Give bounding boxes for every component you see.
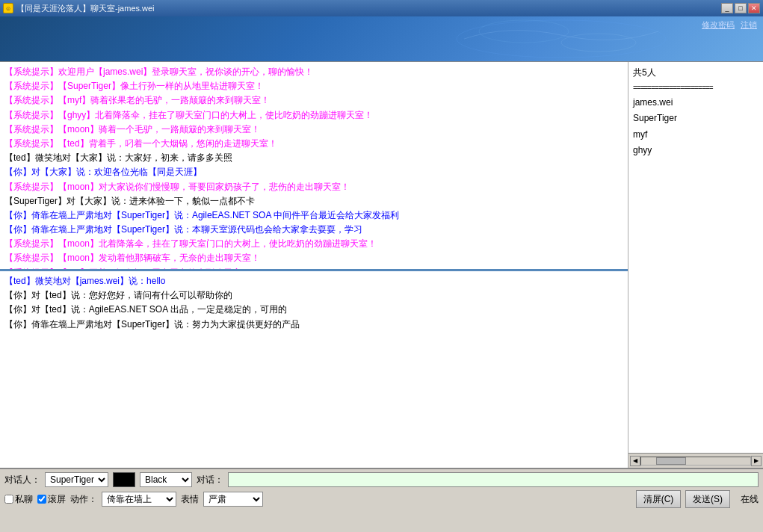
scroll-checkbox-wrap: 滚屏 (37, 493, 66, 506)
dialog-input[interactable] (228, 472, 759, 487)
maximize-button[interactable]: □ (735, 3, 747, 13)
user-item-2[interactable]: SuperTiger (633, 111, 759, 127)
msg-15: 【系统提示】【ted】开着一辆奥拓，屁点屁点的来到聊天室！ (4, 266, 623, 271)
expression-label: 表情 (181, 493, 199, 506)
msg-14: 【系统提示】【moon】发动着他那辆破车，无奈的走出聊天室！ (4, 251, 623, 265)
lower-msg-3: 【你】对【ted】说：AgileEAS.NET SOA 出品，一定是稳定的，可用… (4, 303, 623, 317)
scroll-label: 滚屏 (48, 493, 66, 506)
expression-select[interactable]: 严肃 微笑 大笑 (203, 492, 263, 507)
msg-3: 【系统提示】【myf】骑着张果老的毛驴，一路颠簸的来到聊天室！ (4, 93, 623, 108)
msg-4: 【系统提示】【ghyy】北着降落伞，挂在了聊天室门口的大树上，使比吃奶的劲蹦进聊… (4, 108, 623, 123)
status-label: 在线 (741, 493, 759, 506)
msg-8: 【你】对【大家】说：欢迎各位光临【同是天涯】 (4, 165, 623, 179)
private-label: 私聊 (15, 493, 33, 506)
dialog-label: 对话： (197, 474, 223, 486)
user-panel-scrollbar: ◀ ▶ (628, 453, 763, 468)
change-password-link[interactable]: 修改密码 (702, 19, 735, 31)
title-bar-buttons[interactable]: _ □ ✕ (721, 3, 760, 13)
user-list: 共5人 ====================== james.wei Sup… (628, 62, 763, 453)
action-select[interactable]: 倚靠在墙上 微笑地 骑着毛驴 (102, 492, 176, 507)
msg-2: 【系统提示】【SuperTiger】像土行孙一样的从地里钻进聊天室！ (4, 79, 623, 93)
scroll-checkbox[interactable] (37, 495, 46, 504)
scroll-right-arrow[interactable]: ▶ (751, 456, 762, 466)
private-checkbox-wrap: 私聊 (4, 493, 33, 506)
bottom-area: 对话人： SuperTiger james.wei myf ghyy ted 大… (0, 468, 763, 532)
chat-area: 【系统提示】欢迎用户【james.wei】登录聊天室，祝你谈的开心，聊的愉快！ … (0, 62, 628, 468)
title-bar-left: ☺ 【同是天涯沦落人】聊天室-james.wei (3, 3, 155, 14)
chat-lower-panel[interactable]: 【ted】微笑地对【james.wei】说：hello 【你】对【ted】说：您… (0, 271, 628, 468)
msg-13: 【系统提示】【moon】北着降落伞，挂在了聊天室门口的大树上，使比吃奶的劲蹦进聊… (4, 237, 623, 251)
header-links[interactable]: 修改密码 注销 (702, 19, 757, 31)
user-item-3[interactable]: myf (633, 127, 759, 143)
user-separator: ====================== (633, 81, 759, 95)
msg-10: 【SuperTiger】对【大家】说：进来体验一下，貌似一点都不卡 (4, 194, 623, 208)
msg-7: 【ted】微笑地对【大家】说：大家好，初来，请多多关照 (4, 151, 623, 165)
chat-upper-panel[interactable]: 【系统提示】欢迎用户【james.wei】登录聊天室，祝你谈的开心，聊的愉快！ … (0, 62, 628, 271)
clear-button[interactable]: 清屏(C) (636, 490, 681, 508)
msg-1: 【系统提示】欢迎用户【james.wei】登录聊天室，祝你谈的开心，聊的愉快！ (4, 65, 623, 79)
user-item-4[interactable]: ghyy (633, 143, 759, 159)
lower-msg-4: 【你】倚靠在墙上严肃地对【SuperTiger】说：努力为大家提供更好的产品 (4, 318, 623, 332)
send-button[interactable]: 发送(S) (685, 490, 730, 508)
window-title: 【同是天涯沦落人】聊天室-james.wei (16, 3, 155, 14)
talk-to-label: 对话人： (4, 474, 40, 486)
svg-point-2 (561, 34, 636, 52)
private-checkbox[interactable] (4, 495, 13, 504)
bottom-row-1: 对话人： SuperTiger james.wei myf ghyy ted 大… (4, 472, 759, 487)
talk-to-select[interactable]: SuperTiger james.wei myf ghyy ted 大家 (45, 472, 108, 487)
logout-link[interactable]: 注销 (741, 19, 757, 31)
main-content: 【系统提示】欢迎用户【james.wei】登录聊天室，祝你谈的开心，聊的愉快！ … (0, 61, 763, 468)
header-map-bg (449, 16, 673, 61)
scroll-left-arrow[interactable]: ◀ (630, 456, 640, 466)
msg-5: 【系统提示】【moon】骑着一个毛驴，一路颠簸的来到聊天室！ (4, 123, 623, 137)
title-bar: ☺ 【同是天涯沦落人】聊天室-james.wei _ □ ✕ (0, 0, 763, 16)
close-button[interactable]: ✕ (748, 3, 760, 13)
bottom-row-2: 私聊 滚屏 动作： 倚靠在墙上 微笑地 骑着毛驴 表情 严肃 微笑 大笑 清屏(… (4, 490, 759, 508)
scrollbar-track[interactable] (640, 457, 751, 466)
svg-point-0 (457, 20, 666, 58)
user-item-1[interactable]: james.wei (633, 95, 759, 111)
color-select[interactable]: Black Red Blue Green (140, 472, 192, 487)
user-panel: 共5人 ====================== james.wei Sup… (628, 62, 763, 468)
msg-9: 【系统提示】【moon】对大家说你们慢慢聊，哥要回家奶孩子了，悲伤的走出聊天室！ (4, 180, 623, 194)
user-count: 共5人 (633, 65, 759, 81)
color-swatch[interactable] (113, 472, 135, 487)
msg-11: 【你】倚靠在墙上严肃地对【SuperTiger】说：AgileEAS.NET S… (4, 208, 623, 223)
app-icon: ☺ (3, 3, 13, 13)
msg-6: 【系统提示】【ted】背着手，叼着一个大烟锅，悠闲的走进聊天室！ (4, 137, 623, 151)
header-area: 修改密码 注销 (0, 16, 763, 61)
msg-12: 【你】倚靠在墙上严肃地对【SuperTiger】说：本聊天室源代码也会给大家拿去… (4, 223, 623, 237)
scrollbar-thumb[interactable] (656, 457, 686, 465)
action-label: 动作： (70, 493, 97, 506)
lower-msg-2: 【你】对【ted】说：您好您好，请问有什么可以帮助你的 (4, 288, 623, 303)
minimize-button[interactable]: _ (721, 3, 733, 13)
lower-msg-1: 【ted】微笑地对【james.wei】说：hello (4, 274, 623, 288)
svg-point-1 (479, 20, 569, 43)
